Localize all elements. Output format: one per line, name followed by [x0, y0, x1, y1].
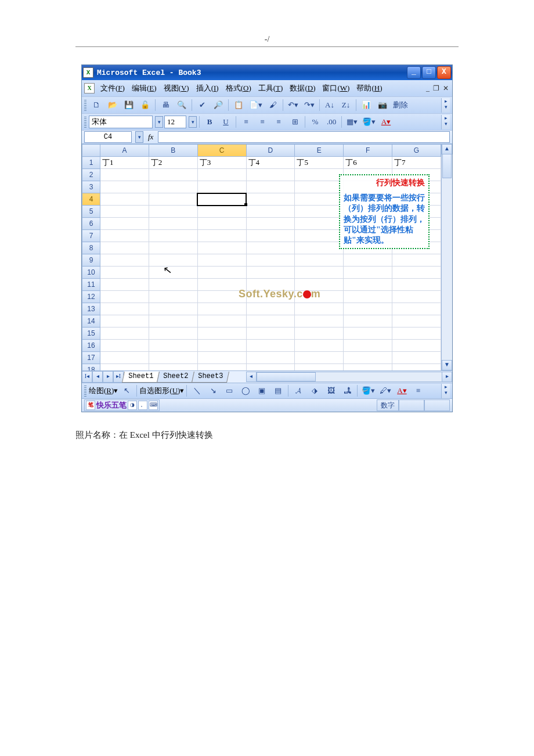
cell-B16[interactable]: [149, 340, 197, 352]
cell-A8[interactable]: [100, 242, 149, 254]
cell-B5[interactable]: [149, 206, 197, 218]
cell-A1[interactable]: 丁1: [100, 157, 149, 169]
row-header-3[interactable]: 3: [82, 181, 100, 193]
row-header-18[interactable]: 18: [82, 364, 100, 371]
autoshapes-menu[interactable]: 自选图形(U)▾: [139, 386, 184, 396]
cell-E15[interactable]: [295, 327, 344, 340]
cell-E16[interactable]: [295, 340, 344, 352]
cell-C8[interactable]: [197, 242, 246, 254]
cell-G13[interactable]: [392, 303, 441, 315]
scroll-left-icon[interactable]: ◂: [246, 372, 257, 382]
diagram-icon[interactable]: ⬗: [307, 384, 322, 397]
name-box-dropdown-icon[interactable]: ▾: [135, 131, 143, 143]
paste-icon[interactable]: 📄▾: [247, 99, 264, 111]
cell-C13[interactable]: [197, 303, 246, 315]
font-name-select[interactable]: 宋体: [89, 116, 153, 128]
row-header-8[interactable]: 8: [82, 242, 100, 254]
cell-B11[interactable]: [149, 279, 197, 291]
cell-E13[interactable]: [295, 303, 344, 315]
sort-desc-icon[interactable]: Z↓: [338, 99, 353, 111]
chart-icon[interactable]: 📊: [359, 99, 374, 111]
font-size-dropdown-icon[interactable]: ▾: [189, 116, 197, 128]
row-header-15[interactable]: 15: [82, 327, 100, 340]
cell-C18[interactable]: [197, 364, 246, 371]
menu-格式[interactable]: 格式(O): [222, 81, 255, 96]
cell-A10[interactable]: [100, 267, 149, 279]
cell-C16[interactable]: [197, 340, 246, 352]
cell-D4[interactable]: [246, 193, 295, 206]
menu-帮助[interactable]: 帮助(H): [353, 81, 385, 96]
cell-F13[interactable]: [344, 303, 392, 315]
cell-B13[interactable]: [149, 303, 197, 315]
row-header-17[interactable]: 17: [82, 352, 100, 364]
cell-G16[interactable]: [392, 340, 441, 352]
row-header-6[interactable]: 6: [82, 218, 100, 230]
cell-A12[interactable]: [100, 291, 149, 303]
cell-G17[interactable]: [392, 352, 441, 364]
horizontal-scrollbar[interactable]: [257, 372, 442, 382]
menu-数据[interactable]: 数据(D): [286, 81, 319, 96]
borders-icon[interactable]: ▦▾: [344, 116, 359, 128]
grip-icon[interactable]: [84, 116, 86, 128]
cell-D7[interactable]: [246, 230, 295, 242]
cell-E3[interactable]: [295, 181, 344, 193]
cell-A14[interactable]: [100, 315, 149, 327]
fill-color-icon[interactable]: 🪣▾: [360, 384, 377, 397]
maximize-button[interactable]: □: [422, 66, 436, 79]
cell-B4[interactable]: [149, 193, 197, 206]
cell-C5[interactable]: [197, 206, 246, 218]
cell-E8[interactable]: [295, 242, 344, 254]
camera-icon[interactable]: 📷: [375, 99, 390, 111]
menu-文件[interactable]: 文件(F): [97, 81, 128, 96]
font-size-select[interactable]: 12: [164, 116, 186, 128]
cell-D5[interactable]: [246, 206, 295, 218]
bold-icon[interactable]: B: [202, 116, 217, 128]
cell-D3[interactable]: [246, 181, 295, 193]
cell-D10[interactable]: [246, 267, 295, 279]
cell-D15[interactable]: [246, 327, 295, 340]
wordart-icon[interactable]: 𝓐: [291, 384, 306, 397]
select-arrow-icon[interactable]: ↖: [119, 384, 134, 397]
doc-minimize-button[interactable]: _: [426, 84, 430, 93]
cell-A13[interactable]: [100, 303, 149, 315]
picture-icon[interactable]: 🏞: [340, 384, 355, 397]
doc-close-button[interactable]: ✕: [443, 84, 449, 93]
minimize-button[interactable]: _: [407, 66, 421, 79]
cell-B8[interactable]: [149, 242, 197, 254]
cell-E2[interactable]: [295, 169, 344, 181]
fill-color-icon[interactable]: 🪣▾: [360, 116, 377, 128]
cell-G12[interactable]: [392, 291, 441, 303]
cell-E1[interactable]: 丁5: [295, 157, 344, 169]
cell-G18[interactable]: [392, 364, 441, 371]
row-header-2[interactable]: 2: [82, 169, 100, 181]
cell-B7[interactable]: [149, 230, 197, 242]
row-header-1[interactable]: 1: [82, 157, 100, 169]
line-icon[interactable]: ＼: [189, 384, 204, 397]
cell-B10[interactable]: [149, 267, 197, 279]
scroll-right-icon[interactable]: ▸: [442, 372, 452, 382]
row-header-4[interactable]: 4: [82, 193, 100, 206]
font-color-icon[interactable]: A▾: [378, 116, 394, 128]
tip-textbox[interactable]: 行列快速转换 如果需要要将一些按行（列）排列的数据，转换为按列（行）排列，可以通…: [339, 174, 430, 249]
cell-D14[interactable]: [246, 315, 295, 327]
cell-E5[interactable]: [295, 206, 344, 218]
select-all-corner[interactable]: [82, 145, 100, 157]
scroll-up-icon[interactable]: ▲: [442, 144, 452, 154]
row-header-11[interactable]: 11: [82, 279, 100, 291]
research-icon[interactable]: 🔎: [211, 99, 226, 111]
scroll-down-icon[interactable]: ▼: [442, 360, 452, 370]
cell-A4[interactable]: [100, 193, 149, 206]
cell-F18[interactable]: [344, 364, 392, 371]
cell-F11[interactable]: [344, 279, 392, 291]
cell-A6[interactable]: [100, 218, 149, 230]
align-left-icon[interactable]: ≡: [239, 116, 254, 128]
ime-indicator[interactable]: 笔 快乐五笔 ◑ 。 ⌨: [84, 399, 160, 411]
cell-E18[interactable]: [295, 364, 344, 371]
cell-E7[interactable]: [295, 230, 344, 242]
new-icon[interactable]: 🗋: [89, 99, 104, 111]
cell-F9[interactable]: [344, 254, 392, 267]
column-header-A[interactable]: A: [100, 145, 149, 157]
column-header-E[interactable]: E: [295, 145, 344, 157]
redo-icon[interactable]: ↷▾: [302, 99, 317, 111]
open-icon[interactable]: 📂: [105, 99, 120, 111]
